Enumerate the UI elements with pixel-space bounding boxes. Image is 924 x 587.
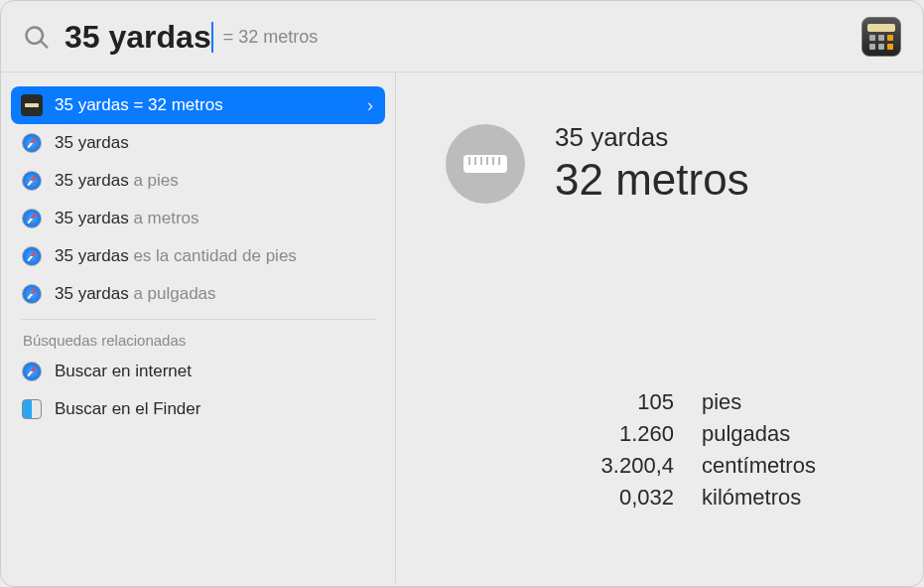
result-top-hit[interactable]: 35 yardas = 32 metros › [11, 86, 385, 124]
top-hit-input: 35 yardas [55, 95, 129, 114]
conversion-value: 3.200,4 [505, 450, 674, 482]
main-content: 35 yardas = 32 metros › 35 yardas35 yard… [1, 73, 923, 583]
suggestion-query: 35 yardas [55, 209, 129, 227]
finder-icon [21, 398, 43, 420]
calculator-icon [21, 94, 43, 116]
preview-pane: 35 yardas 32 metros 105pies1.260pulgadas… [396, 73, 923, 583]
related-item[interactable]: Buscar en el Finder [11, 390, 385, 428]
result-suggestion[interactable]: 35 yardas es la cantidad de pies [11, 237, 385, 275]
conversion-unit: pulgadas [702, 418, 790, 450]
suggestion-query: 35 yardas [55, 284, 129, 303]
conversion-value: 1.260 [505, 418, 674, 450]
search-inline-result: = 32 metros [223, 27, 319, 48]
ruler-icon [446, 124, 525, 204]
suggestion-suffix: a pies [129, 171, 179, 190]
search-bar: 35 yardas = 32 metros [1, 1, 923, 73]
suggestion-query: 35 yardas [55, 133, 129, 152]
conversion-value: 0,032 [505, 482, 674, 514]
safari-icon [21, 361, 43, 382]
suggestion-suffix: a pulgadas [129, 284, 216, 303]
safari-icon [21, 208, 43, 229]
suggestion-query: 35 yardas [55, 171, 129, 190]
search-input[interactable]: 35 yardas [65, 19, 211, 56]
safari-icon [21, 245, 43, 267]
result-suggestion[interactable]: 35 yardas [11, 124, 385, 162]
related-label: Buscar en internet [55, 362, 192, 381]
divider [21, 319, 375, 320]
search-icon [23, 24, 51, 52]
conversion-row: 0,032kilómetros [505, 482, 873, 514]
chevron-right-icon: › [367, 95, 373, 116]
result-suggestion[interactable]: 35 yardas a metros [11, 200, 385, 237]
results-sidebar: 35 yardas = 32 metros › 35 yardas35 yard… [1, 73, 396, 583]
result-suggestion[interactable]: 35 yardas a pulgadas [11, 275, 385, 313]
suggestion-query: 35 yardas [55, 246, 129, 265]
top-hit-result: = 32 metros [133, 95, 222, 114]
conversion-row: 1.260pulgadas [505, 418, 873, 450]
safari-icon [21, 283, 43, 305]
conversion-table: 105pies1.260pulgadas3.200,4centímetros0,… [505, 386, 873, 514]
calculator-icon[interactable] [861, 17, 901, 57]
safari-icon [21, 132, 43, 154]
conversion-unit: pies [702, 386, 741, 418]
related-item[interactable]: Buscar en internet [11, 353, 385, 390]
preview-result-value: 32 metros [555, 155, 749, 205]
conversion-row: 3.200,4centímetros [505, 450, 873, 482]
suggestion-suffix: es la cantidad de pies [129, 246, 297, 265]
conversion-row: 105pies [505, 386, 873, 418]
conversion-unit: centímetros [702, 450, 816, 482]
preview-input-value: 35 yardas [555, 122, 749, 153]
result-suggestion[interactable]: 35 yardas a pies [11, 162, 385, 200]
related-searches-header: Búsquedas relacionadas [11, 326, 385, 353]
conversion-value: 105 [505, 386, 674, 418]
conversion-unit: kilómetros [702, 482, 801, 514]
suggestion-suffix: a metros [129, 209, 199, 227]
safari-icon [21, 170, 43, 192]
related-label: Buscar en el Finder [55, 399, 200, 419]
